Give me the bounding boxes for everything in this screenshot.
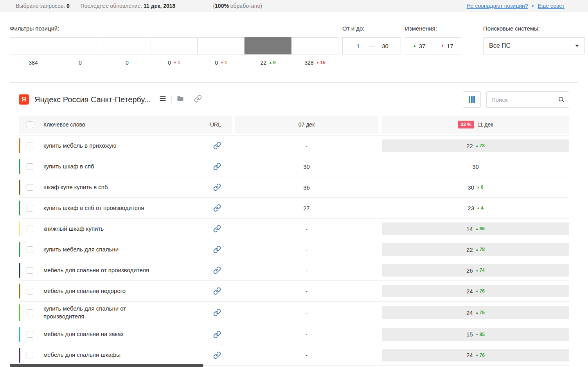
current-position-value: 14 xyxy=(466,226,473,232)
search-engines-select[interactable]: Все ПС xyxy=(483,37,585,54)
keyword-cell: купить шкаф в спб xyxy=(19,156,232,177)
mismatch-positions-link[interactable]: Не совпадают позиции? xyxy=(467,3,528,9)
keyword-label: мебель для спальни шкафы xyxy=(43,351,120,359)
selected-queries-count: 0 xyxy=(67,3,70,9)
row-checkbox[interactable] xyxy=(27,246,33,253)
triangle-icon: ▲ xyxy=(475,289,479,293)
range-to-input[interactable] xyxy=(378,43,393,49)
prev-date-column-header[interactable]: 07 дек xyxy=(235,116,378,134)
row-checkbox[interactable] xyxy=(27,143,33,149)
list-view-button[interactable] xyxy=(157,94,169,105)
project-title[interactable]: Яндекс Россия Санкт-Петербу... xyxy=(34,95,151,104)
position-filter-count: 22 ▲9 xyxy=(245,60,291,66)
more-tip-link[interactable]: Ещё совет xyxy=(538,3,565,9)
row-checkbox[interactable] xyxy=(27,352,33,358)
position-filters-title: Фильтры позиций: xyxy=(10,25,338,32)
url-link-icon[interactable] xyxy=(213,163,221,170)
columns-icon xyxy=(469,96,475,103)
divider xyxy=(189,96,189,103)
row-checkbox[interactable] xyxy=(27,331,33,338)
row-checkbox[interactable] xyxy=(27,309,33,316)
row-checkbox[interactable] xyxy=(27,184,33,191)
keyword-cell: купить шкаф в спб от производителя xyxy=(19,198,232,218)
current-position-pill: 24 ▲76 xyxy=(382,349,569,362)
url-link-icon[interactable] xyxy=(213,142,221,150)
delta-value: 76 xyxy=(480,288,485,294)
horizontal-scrollbar[interactable] xyxy=(10,364,203,367)
changes-up-count: 37 xyxy=(419,43,426,49)
row-checkbox[interactable] xyxy=(27,267,33,274)
url-link-icon[interactable] xyxy=(213,266,221,274)
prev-position-cell: - xyxy=(235,288,378,295)
url-link-icon[interactable] xyxy=(213,331,221,338)
url-link-icon[interactable] xyxy=(213,225,221,233)
cell-current: 14 ▲86 xyxy=(382,219,569,239)
delta-value: 76 xyxy=(480,353,485,358)
topbar-links: Не совпадают позиции? • Ещё совет xyxy=(467,3,565,9)
url-link-icon[interactable] xyxy=(213,287,221,295)
position-filter-tab[interactable] xyxy=(151,37,198,54)
position-filter-tab[interactable] xyxy=(57,37,104,54)
prev-position-cell: - xyxy=(235,331,378,338)
delta-badge: ▲4 xyxy=(477,205,484,211)
count-number: 384 xyxy=(29,60,38,66)
folder-button[interactable] xyxy=(174,94,186,105)
current-position-pill: 14 ▲86 xyxy=(382,222,569,235)
links-button[interactable] xyxy=(192,94,204,105)
up-triangle-icon: ▲ xyxy=(413,44,417,48)
position-filter-tab[interactable] xyxy=(291,37,338,54)
table-body: купить мебель в прихожую - 22 ▲78 купить… xyxy=(19,135,569,366)
triangle-icon: ▼ xyxy=(316,61,320,65)
changes-up-filter[interactable]: ▲ 37 xyxy=(405,37,433,54)
page: Выбрано запросов: 0 Последнее обновление… xyxy=(0,0,588,367)
url-link-icon[interactable] xyxy=(213,183,221,191)
row-checkbox[interactable] xyxy=(27,226,33,232)
current-position-value: 24 xyxy=(466,352,473,358)
current-position-pill: 23 ▲4 xyxy=(382,202,569,214)
position-filter-tab[interactable] xyxy=(104,37,151,54)
delta-value: 85 xyxy=(480,332,485,337)
count-number: 22 xyxy=(260,60,266,66)
cell-current: 22 ▲78 xyxy=(382,239,569,260)
cur-date-column-header[interactable]: 33 % 11 дек xyxy=(382,116,569,134)
url-link-icon[interactable] xyxy=(213,204,221,212)
search-input[interactable] xyxy=(487,96,554,103)
row-color-strip xyxy=(19,201,20,215)
url-link-icon[interactable] xyxy=(213,246,221,253)
search-icon[interactable] xyxy=(554,96,569,103)
row-color-strip xyxy=(19,221,20,236)
topbar: Выбрано запросов: 0 Последнее обновление… xyxy=(0,0,588,12)
delta-badge: ▲78 xyxy=(475,247,485,252)
position-filter-tab[interactable] xyxy=(10,37,57,54)
selected-queries: Выбрано запросов: 0 xyxy=(16,3,70,9)
delta-badge: ▲78 xyxy=(475,143,485,148)
count-number: 0 xyxy=(79,60,82,66)
keyword-column-header: Ключевое слово URL xyxy=(19,116,232,134)
range-from-input[interactable] xyxy=(351,43,366,49)
position-filter-counts: 384 0 0 0 ▼1 0 ▼1 22 ▲9 328 ▼15 xyxy=(10,60,338,66)
changes-down-filter[interactable]: ▼ 17 xyxy=(433,37,461,54)
count-delta-value: 1 xyxy=(225,60,227,65)
row-checkbox[interactable] xyxy=(27,288,33,295)
row-checkbox[interactable] xyxy=(27,163,33,170)
current-position-pill: 22 ▲78 xyxy=(382,139,569,152)
keyword-cell: купить мебель в прихожую xyxy=(19,136,232,156)
url-link-icon[interactable] xyxy=(213,351,221,359)
triangle-icon: ▲ xyxy=(475,227,479,231)
position-filter-tabs xyxy=(10,37,338,54)
count-delta-value: 1 xyxy=(178,60,180,65)
yandex-icon: Я xyxy=(19,94,29,105)
divider xyxy=(171,96,172,103)
columns-settings-button[interactable] xyxy=(463,91,481,108)
row-checkbox[interactable] xyxy=(27,205,33,212)
select-all-checkbox[interactable] xyxy=(27,121,33,128)
table-row: мебель для спальни недорого - 24 ▲76 xyxy=(19,281,569,302)
delta-value: 78 xyxy=(480,247,485,252)
row-color-strip xyxy=(19,263,20,278)
position-filter-tab[interactable] xyxy=(245,37,291,54)
url-link-icon[interactable] xyxy=(213,309,221,316)
position-filter-tab[interactable] xyxy=(198,37,245,54)
delta-badge: ▲76 xyxy=(475,353,485,358)
row-color-strip xyxy=(19,284,20,298)
toolbar-right xyxy=(463,91,569,108)
